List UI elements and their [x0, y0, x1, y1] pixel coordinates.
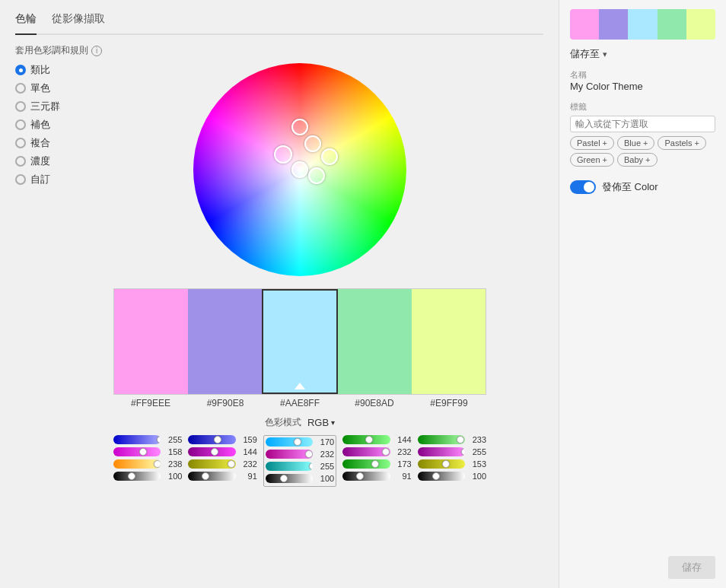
tag-baby[interactable]: Baby +: [617, 153, 658, 167]
radio-triad[interactable]: 三元群: [15, 100, 60, 113]
color-mode-select[interactable]: RGB ▾: [307, 417, 335, 428]
swatch-3[interactable]: [338, 289, 412, 394]
slider-track-1-3[interactable]: [188, 472, 235, 481]
slider-track-1-0[interactable]: [188, 435, 235, 444]
radio-compound-circle: [15, 138, 26, 148]
slider-track-3-0[interactable]: [342, 435, 390, 444]
slider-row-4-0: 233: [418, 435, 486, 444]
slider-track-3-2[interactable]: [342, 459, 390, 469]
chevron-down-icon: ▾: [331, 418, 335, 427]
slider-row-1-3: 91: [188, 472, 256, 481]
palette-swatch-3[interactable]: [658, 9, 686, 40]
tag-pastels[interactable]: Pastels +: [658, 136, 706, 150]
palette-swatch-1[interactable]: [599, 9, 628, 40]
info-icon[interactable]: i: [91, 46, 102, 56]
harmony-radio-group: 類比 單色 三元群 補色 複合: [15, 63, 60, 186]
tags-label: 標籤: [570, 101, 715, 113]
slider-val-0-0: 255: [164, 435, 182, 444]
slider-track-0-1[interactable]: [113, 447, 161, 456]
slider-track-0-3[interactable]: [113, 472, 161, 481]
radio-compound[interactable]: 複合: [15, 136, 60, 150]
publish-label: 發佈至 Color: [602, 180, 658, 194]
slider-row-0-0: 255: [113, 435, 182, 444]
slider-row-4-2: 153: [418, 459, 486, 469]
hex-0: #FF9EEE: [113, 395, 188, 408]
chevron-down-icon: ▾: [603, 49, 607, 59]
radio-monochromatic-circle: [15, 83, 26, 94]
slider-row-3-3: 91: [342, 472, 411, 481]
palette-swatch-4[interactable]: [686, 9, 715, 40]
slider-track-4-1[interactable]: [418, 447, 465, 456]
palette-preview: [570, 9, 715, 40]
swatch-0[interactable]: [114, 289, 188, 394]
save-to-row[interactable]: 儲存至 ▾: [570, 47, 715, 61]
color-wheel[interactable]: [193, 63, 406, 276]
radio-custom[interactable]: 自訂: [15, 173, 60, 186]
slider-track-2-1[interactable]: [266, 450, 313, 459]
slider-val-3-1: 232: [393, 447, 412, 456]
slider-val-0-1: 158: [164, 447, 182, 456]
swatch-4[interactable]: [412, 289, 486, 394]
slider-track-4-3[interactable]: [418, 472, 465, 481]
slider-row-2-2: 255: [266, 462, 334, 471]
slider-val-1-0: 159: [239, 435, 257, 444]
wheel-dot-4[interactable]: [321, 148, 338, 165]
publish-toggle[interactable]: [570, 180, 596, 194]
radio-triad-circle: [15, 101, 26, 112]
tab-color-wheel[interactable]: 色輪: [15, 12, 37, 35]
swatch-1[interactable]: [188, 289, 262, 394]
save-button[interactable]: 儲存: [668, 556, 715, 579]
slider-track-1-2[interactable]: [188, 459, 235, 469]
radio-analogous[interactable]: 類比: [15, 63, 60, 77]
save-to-label: 儲存至: [570, 47, 600, 61]
wheel-dot-5[interactable]: [304, 135, 321, 152]
right-panel: 儲存至 ▾ 名稱 My Color Theme 標籤 Pastel + Blue…: [559, 0, 726, 588]
slider-val-1-3: 91: [239, 472, 257, 481]
slider-track-4-2[interactable]: [418, 459, 465, 469]
slider-track-0-2[interactable]: [113, 459, 161, 469]
slider-val-0-2: 238: [164, 459, 182, 469]
slider-track-2-2[interactable]: [266, 462, 313, 471]
radio-custom-circle: [15, 174, 26, 185]
publish-row: 發佈至 Color: [570, 180, 715, 194]
name-label: 名稱: [570, 70, 587, 79]
radio-shades[interactable]: 濃度: [15, 154, 60, 168]
radio-analogous-circle: [15, 65, 26, 75]
slider-row-3-2: 173: [342, 459, 411, 469]
wheel-dot-2[interactable]: [291, 161, 308, 178]
swatch-2[interactable]: [262, 289, 339, 394]
swatch-arrow: [295, 383, 305, 389]
slider-track-4-0[interactable]: [418, 435, 465, 444]
radio-complementary[interactable]: 補色: [15, 118, 60, 132]
slider-val-4-0: 233: [468, 435, 486, 444]
palette-swatch-2[interactable]: [628, 9, 657, 40]
hex-3: #90E8AD: [337, 395, 412, 408]
slider-track-2-0[interactable]: [266, 437, 313, 447]
slider-val-4-3: 100: [468, 472, 486, 481]
slider-col-1: 159 144 232: [188, 435, 256, 487]
harmony-label: 套用色彩調和規則 i: [15, 44, 543, 57]
slider-track-3-3[interactable]: [342, 472, 390, 481]
wheel-dot-1[interactable]: [274, 145, 292, 164]
slider-track-3-1[interactable]: [342, 447, 390, 456]
tag-input[interactable]: [570, 116, 715, 132]
tag-green[interactable]: Green +: [570, 153, 614, 167]
tab-from-image[interactable]: 從影像擷取: [52, 12, 105, 29]
tag-blue[interactable]: Blue +: [617, 136, 654, 150]
slider-val-2-1: 232: [316, 450, 334, 459]
slider-track-0-0[interactable]: [113, 435, 161, 444]
wheel-dot-3[interactable]: [308, 167, 325, 184]
slider-track-1-1[interactable]: [188, 447, 235, 456]
tag-pastel[interactable]: Pastel +: [570, 136, 614, 150]
swatches-row: [113, 288, 486, 395]
radio-monochromatic[interactable]: 單色: [15, 81, 60, 95]
tab-bar: 色輪 從影像擷取: [15, 12, 543, 35]
slider-val-3-3: 91: [393, 472, 412, 481]
slider-track-2-3[interactable]: [266, 474, 313, 483]
palette-swatch-0[interactable]: [570, 9, 599, 40]
wheel-dot-0[interactable]: [291, 119, 308, 135]
hex-2: #AAE8FF: [263, 395, 337, 408]
slider-row-4-3: 100: [418, 472, 486, 481]
slider-row-2-1: 232: [266, 450, 334, 459]
hex-4: #E9FF99: [412, 395, 486, 408]
